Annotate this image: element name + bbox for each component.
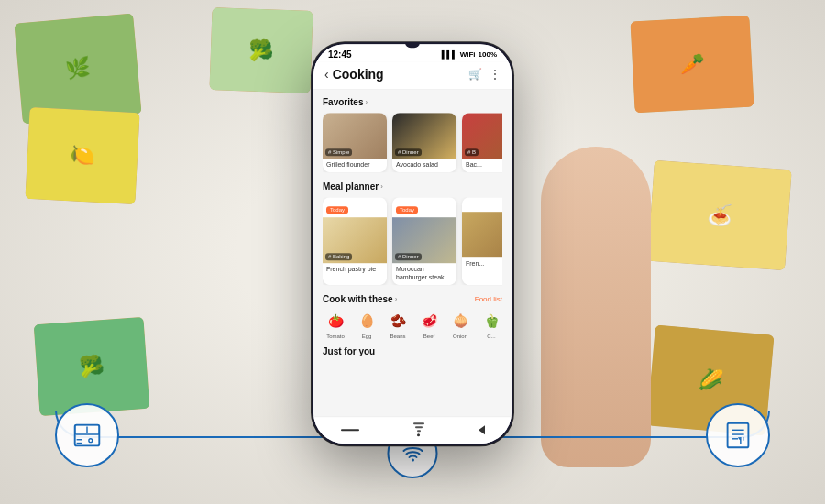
recipe-name-grilled: Grilled flounder: [323, 159, 387, 172]
recipe-img-avocado: # Dinner: [392, 113, 456, 159]
crate-greens: 🥦: [209, 7, 313, 93]
status-icons: ▌▌▌ WiFi 100%: [442, 50, 497, 59]
today-badge-1: Today: [326, 207, 348, 214]
meal-name-pastry: French pastry pie: [323, 264, 387, 278]
ingredient-extra[interactable]: 🫑 C...: [478, 310, 502, 339]
onion-icon: 🧅: [449, 310, 471, 332]
recipe-name-bacon: Bac...: [462, 159, 502, 172]
meal-img-hamburger: # Dinner: [392, 218, 456, 264]
battery-icon: 100%: [478, 50, 497, 59]
meal-card-pastry[interactable]: Today # Baking French pastry pie: [323, 198, 387, 286]
recipe-name-avocado: Avocado salad: [392, 159, 456, 172]
extra-label: C...: [487, 334, 495, 339]
onion-label: Onion: [453, 334, 468, 339]
recipe-card-grilled[interactable]: # Simple Grilled flounder: [323, 113, 387, 172]
beans-icon: 🫘: [387, 310, 409, 332]
back-button[interactable]: ‹: [324, 67, 329, 82]
meal-name-hamburger: Moroccan hamburger steak: [392, 264, 456, 286]
favorites-header[interactable]: Favorites ›: [323, 97, 502, 107]
wifi-status-icon: WiFi: [460, 50, 476, 59]
crate-pasta: 🍝: [647, 160, 791, 270]
meal-planner-cards: Today # Baking French pastry pie Today #…: [323, 198, 502, 286]
more-icon[interactable]: ⋮: [490, 68, 500, 81]
app-title: Cooking: [333, 67, 384, 82]
meal-card-hamburger[interactable]: Today # Dinner Moroccan hamburger steak: [392, 198, 456, 286]
cart-icon[interactable]: 🛒: [468, 68, 482, 81]
tag-baking: # Baking: [325, 254, 352, 261]
header-left: ‹ Cooking: [324, 67, 384, 82]
svg-point-3: [89, 439, 93, 443]
meal-img-french: [462, 213, 502, 258]
phone-screen: 12:45 ▌▌▌ WiFi 100% ‹ Cooking 🛒 ⋮: [314, 44, 512, 444]
egg-label: Egg: [362, 334, 372, 339]
tag-dinner2: # Dinner: [395, 254, 422, 261]
recipe-img-grilled: # Simple: [323, 113, 387, 159]
meal-name-french: Fren...: [462, 258, 502, 272]
nav-wifi-icon[interactable]: [413, 422, 424, 436]
svg-rect-6: [728, 423, 749, 448]
today-badge-2: Today: [396, 207, 418, 214]
tag-simple: # Simple: [325, 148, 352, 156]
extra-icon: 🫑: [480, 310, 502, 332]
ingredients-row: 🍅 Tomato 🥚 Egg 🫘 Beans 🥩 Beef: [323, 310, 502, 339]
crate-lemons: 🍋: [25, 107, 139, 204]
fridge-svg: [70, 418, 104, 453]
signal-icon: ▌▌▌: [442, 50, 457, 59]
app-header: ‹ Cooking 🛒 ⋮: [314, 61, 512, 90]
recipe-card-bacon[interactable]: # B Bac...: [462, 113, 502, 172]
meal-card-french[interactable]: Fren...: [462, 198, 502, 286]
crate-broccoli: 🥦: [34, 317, 150, 416]
status-time: 12:45: [328, 49, 352, 60]
tag-dinner: # Dinner: [395, 148, 422, 156]
just-for-you-header[interactable]: Just for you: [323, 346, 502, 356]
phone-nav-bar: [314, 416, 512, 444]
tomato-label: Tomato: [326, 334, 345, 339]
app-content: Favorites › # Simple Grilled flounder # …: [314, 90, 512, 416]
crate-carrots: 🥕: [630, 16, 754, 114]
cook-with-header: Cook with these › Food list: [323, 294, 502, 304]
recipe-card-avocado[interactable]: # Dinner Avocado salad: [392, 113, 456, 172]
nav-back-icon[interactable]: [478, 425, 485, 434]
meal-planner-arrow: ›: [380, 183, 383, 192]
header-right: 🛒 ⋮: [468, 68, 500, 81]
nav-bars-icon[interactable]: [341, 429, 359, 431]
meal-planner-header[interactable]: Meal planner ›: [323, 182, 502, 192]
ingredient-beef[interactable]: 🥩 Beef: [416, 310, 442, 339]
beef-label: Beef: [424, 334, 434, 339]
ingredient-tomato[interactable]: 🍅 Tomato: [323, 310, 348, 339]
egg-icon: 🥚: [356, 310, 378, 332]
recipe-clipboard-icon[interactable]: [706, 403, 770, 467]
beef-icon: 🥩: [418, 310, 440, 332]
phone-body: 12:45 ▌▌▌ WiFi 100% ‹ Cooking 🛒 ⋮: [312, 42, 513, 445]
ingredient-onion[interactable]: 🧅 Onion: [447, 310, 473, 339]
beans-label: Beans: [390, 334, 405, 339]
ingredient-beans[interactable]: 🫘 Beans: [385, 310, 411, 339]
tag-b: # B: [465, 148, 478, 156]
meal-img-pastry: # Baking: [323, 218, 387, 264]
recipe-img-bacon: # B: [462, 113, 502, 159]
phone-device: 12:45 ▌▌▌ WiFi 100% ‹ Cooking 🛒 ⋮: [312, 42, 513, 445]
favorites-arrow: ›: [365, 98, 368, 106]
fridge-icon[interactable]: [55, 403, 119, 467]
ingredient-egg[interactable]: 🥚 Egg: [354, 310, 380, 339]
tomato-icon: 🍅: [324, 310, 346, 332]
svg-point-12: [412, 458, 414, 461]
food-list-link[interactable]: Food list: [475, 295, 502, 303]
clipboard-svg: [720, 418, 755, 453]
cook-arrow: ›: [395, 295, 398, 303]
favorites-cards: # Simple Grilled flounder # Dinner Avoca…: [323, 113, 502, 172]
cook-label[interactable]: Cook with these ›: [323, 294, 397, 304]
